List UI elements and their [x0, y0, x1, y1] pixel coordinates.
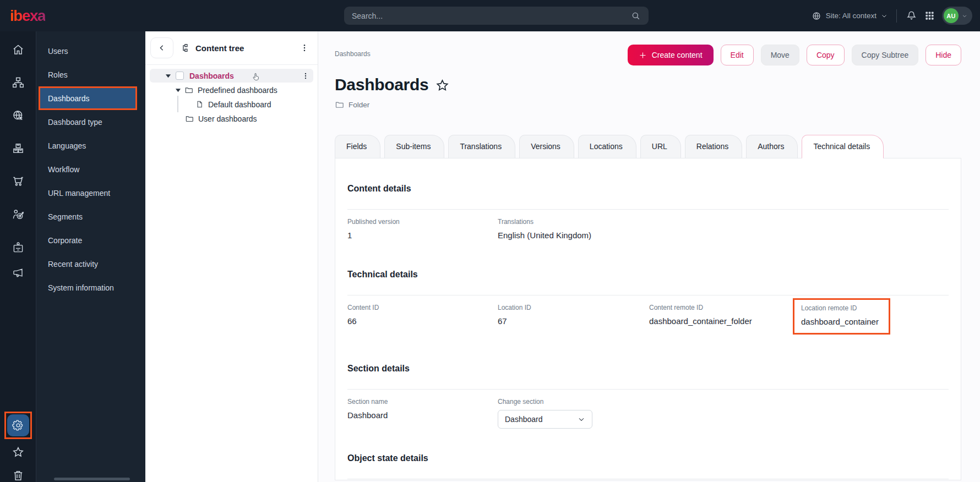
tree-row-default-dashboard[interactable]: Default dashboard — [150, 97, 313, 111]
admin-settings-button[interactable] — [7, 414, 29, 436]
tree-row-dashboards[interactable]: Dashboards — [150, 69, 313, 83]
home-icon[interactable] — [12, 43, 25, 56]
site-context-label: Site: All context — [826, 12, 876, 20]
sidebar-item-workflow[interactable]: Workflow — [36, 157, 145, 181]
tree-guide-line — [177, 96, 178, 112]
field-value: English (United Kingdom) — [498, 231, 649, 240]
site-globe-icon[interactable] — [12, 109, 25, 122]
field-value: 67 — [498, 316, 649, 326]
content-tree-icon — [181, 43, 190, 53]
tree-item-label: Predefined dashboards — [198, 86, 277, 95]
section-name-field: Section name Dashboard — [347, 398, 498, 420]
sidebar-item-label: URL management — [48, 189, 110, 198]
move-button[interactable]: Move — [761, 45, 799, 65]
sidebar-item-languages[interactable]: Languages — [36, 134, 145, 157]
orange-highlight-box: Location remote ID dashboard_container — [793, 298, 890, 335]
chevron-down-icon — [578, 415, 585, 423]
sidebar-item-label: Workflow — [48, 165, 79, 174]
change-section-select[interactable]: Dashboard — [498, 410, 592, 429]
tab-authors[interactable]: Authors — [746, 135, 798, 158]
translations-field: Translations English (United Kingdom) — [498, 218, 649, 240]
tree-item-kebab-icon[interactable] — [302, 72, 309, 80]
apps-grid-icon[interactable] — [924, 10, 935, 21]
technical-details-heading: Technical details — [347, 270, 949, 280]
field-label: Content remote ID — [649, 304, 801, 311]
user-menu[interactable]: AU — [942, 7, 972, 25]
admin-settings-highlight — [4, 412, 32, 439]
globe-icon — [812, 11, 821, 21]
action-buttons: Create content Edit Move Copy Copy Subtr… — [628, 45, 961, 65]
sidebar-item-url-management[interactable]: URL management — [36, 181, 145, 205]
notifications-bell-icon[interactable] — [906, 10, 917, 21]
field-value: Dashboard — [347, 410, 498, 420]
tree-row-predefined-dashboards[interactable]: Predefined dashboards — [150, 83, 313, 97]
bookmarks-star-icon[interactable] — [12, 446, 25, 459]
field-value: dashboard_container — [801, 317, 879, 326]
commerce-cart-icon[interactable] — [12, 175, 25, 188]
site-context-dropdown[interactable]: Site: All context — [812, 11, 888, 21]
field-value: 66 — [347, 316, 498, 326]
tab-relations[interactable]: Relations — [685, 135, 742, 158]
tab-technical-details[interactable]: Technical details — [802, 135, 884, 158]
published-version-field: Published version 1 — [347, 218, 498, 240]
sidebar-item-dashboard-type[interactable]: Dashboard type — [36, 110, 145, 134]
caret-down-icon[interactable] — [175, 88, 181, 92]
tree-options-kebab-icon[interactable] — [300, 43, 309, 52]
search-icon — [631, 11, 641, 21]
topbar-divider — [896, 9, 897, 23]
content-structure-icon[interactable] — [12, 76, 25, 89]
tab-versions[interactable]: Versions — [519, 135, 574, 158]
content-id-field: Content ID 66 — [347, 304, 498, 326]
tab-url[interactable]: URL — [640, 135, 681, 158]
create-content-button[interactable]: Create content — [628, 45, 714, 65]
page-title: Dashboards — [335, 75, 428, 94]
global-search-input[interactable]: Search... — [344, 7, 649, 25]
search-placeholder: Search... — [352, 12, 383, 20]
copy-button[interactable]: Copy — [807, 45, 845, 65]
tree-item-label: Default dashboard — [208, 100, 271, 109]
personalization-target-icon[interactable] — [12, 208, 25, 221]
tree-checkbox[interactable] — [176, 72, 184, 80]
bookmark-star-icon[interactable] — [435, 78, 450, 93]
content-tree-body: Dashboards Predefined dashboard — [145, 65, 318, 125]
breadcrumb[interactable]: Dashboards — [335, 50, 371, 58]
avatar: AU — [944, 8, 959, 23]
section-divider — [347, 389, 949, 390]
ibexa-admin-app: ibexa Search... Site: All context — [0, 0, 980, 482]
section-divider — [347, 479, 949, 479]
section-details-fields: Section name Dashboard Change section Da… — [347, 398, 949, 429]
product-catalog-icon[interactable] — [12, 142, 25, 155]
sidebar-item-system-information[interactable]: System information — [36, 276, 145, 299]
technical-details-fields: Content ID 66 Location ID 67 Content rem… — [347, 304, 949, 335]
tab-locations[interactable]: Locations — [578, 135, 636, 158]
object-state-details-heading: Object state details — [347, 453, 949, 463]
tree-row-user-dashboards[interactable]: User dashboards — [150, 112, 313, 125]
copy-subtree-button[interactable]: Copy Subtree — [852, 45, 919, 65]
sidebar-item-recent-activity[interactable]: Recent activity — [36, 252, 145, 276]
edit-button[interactable]: Edit — [721, 45, 754, 65]
tab-translations[interactable]: Translations — [448, 135, 515, 158]
sidebar-item-segments[interactable]: Segments — [36, 205, 145, 228]
tab-sub-items[interactable]: Sub-items — [384, 135, 444, 158]
sidebar-item-corporate[interactable]: Corporate — [36, 228, 145, 252]
corporate-badge-icon[interactable] — [12, 241, 25, 254]
trash-icon[interactable] — [12, 469, 25, 482]
change-section-field: Change section Dashboard — [498, 398, 649, 429]
section-divider — [347, 209, 949, 210]
content-type-row: Folder — [335, 100, 961, 109]
field-label: Content ID — [347, 304, 498, 311]
field-label: Published version — [347, 218, 498, 226]
field-label: Translations — [498, 218, 649, 226]
sidebar-item-users[interactable]: Users — [36, 39, 145, 63]
hide-button[interactable]: Hide — [925, 45, 961, 65]
collapse-tree-button[interactable] — [150, 37, 173, 58]
sidebar-item-dashboards[interactable]: Dashboards — [39, 86, 137, 110]
menu-scrollbar[interactable] — [54, 478, 130, 480]
sidebar-item-label: Users — [48, 47, 68, 56]
tab-fields[interactable]: Fields — [335, 135, 380, 158]
caret-down-icon[interactable] — [165, 74, 171, 78]
sidebar-item-roles[interactable]: Roles — [36, 63, 145, 86]
marketing-megaphone-icon[interactable] — [12, 266, 25, 280]
field-label: Location ID — [498, 304, 649, 311]
ibexa-logo[interactable]: ibexa — [10, 7, 45, 25]
